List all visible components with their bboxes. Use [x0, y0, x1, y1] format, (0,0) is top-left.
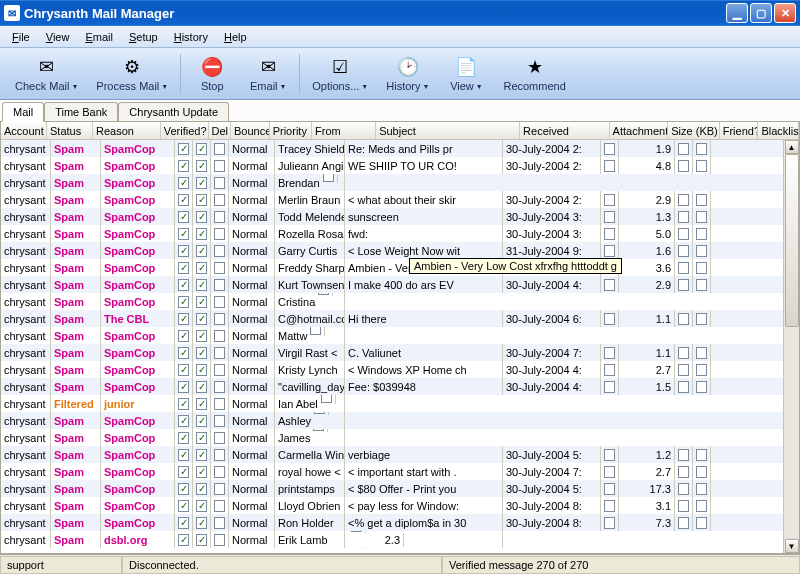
checked-box-icon[interactable]: ✓	[196, 143, 207, 155]
cell-delete[interactable]: ✓	[193, 463, 211, 480]
cell-verified[interactable]: ✓	[175, 429, 193, 446]
cell-bounce[interactable]	[211, 446, 229, 463]
unchecked-box-icon[interactable]	[678, 466, 689, 478]
checked-box-icon[interactable]: ✓	[178, 466, 189, 478]
cell-blacklist[interactable]	[693, 463, 711, 480]
checked-box-icon[interactable]: ✓	[178, 432, 189, 444]
mail-row[interactable]: chrysantSpamSpamCop✓✓Normal"cavilling_da…	[1, 378, 783, 395]
mail-row[interactable]: chrysantSpamSpamCop✓✓NormalMattw L1ttle …	[1, 327, 783, 344]
cell-bounce[interactable]	[211, 276, 229, 293]
checked-box-icon[interactable]: ✓	[196, 432, 207, 444]
checked-box-icon[interactable]: ✓	[196, 262, 207, 274]
unchecked-box-icon[interactable]	[678, 517, 689, 529]
unchecked-box-icon[interactable]	[696, 347, 707, 359]
unchecked-box-icon[interactable]	[678, 143, 689, 155]
cell-friend[interactable]	[348, 547, 366, 549]
checked-box-icon[interactable]: ✓	[196, 245, 207, 257]
menu-email[interactable]: Email	[77, 29, 121, 45]
cell-attachment[interactable]	[601, 446, 619, 463]
cell-delete[interactable]: ✓	[193, 174, 211, 191]
unchecked-box-icon[interactable]	[214, 466, 225, 478]
checked-box-icon[interactable]: ✓	[178, 211, 189, 223]
cell-bounce[interactable]	[211, 191, 229, 208]
cell-blacklist[interactable]	[693, 310, 711, 327]
cell-verified[interactable]: ✓	[175, 310, 193, 327]
column-header-bounce[interactable]: Bounce	[231, 122, 270, 139]
toolbar-stop[interactable]: ⛔Stop	[184, 52, 240, 95]
unchecked-box-icon[interactable]	[678, 194, 689, 206]
unchecked-box-icon[interactable]	[318, 293, 329, 295]
checked-box-icon[interactable]: ✓	[196, 466, 207, 478]
cell-bounce[interactable]	[211, 259, 229, 276]
cell-friend[interactable]	[675, 140, 693, 157]
unchecked-box-icon[interactable]	[214, 381, 225, 393]
cell-verified[interactable]: ✓	[175, 157, 193, 174]
cell-attachment[interactable]	[601, 276, 619, 293]
cell-bounce[interactable]	[211, 174, 229, 191]
menu-file[interactable]: File	[4, 29, 38, 45]
checked-box-icon[interactable]: ✓	[196, 517, 207, 529]
checked-box-icon[interactable]: ✓	[178, 483, 189, 495]
cell-bounce[interactable]	[211, 242, 229, 259]
cell-bounce[interactable]	[211, 514, 229, 531]
unchecked-box-icon[interactable]	[696, 194, 707, 206]
unchecked-box-icon[interactable]	[696, 449, 707, 461]
cell-delete[interactable]: ✓	[193, 242, 211, 259]
cell-verified[interactable]: ✓	[175, 208, 193, 225]
mail-row[interactable]: chrysantSpamSpamCop✓✓NormalTracey Shield…	[1, 140, 783, 157]
cell-blacklist[interactable]	[693, 208, 711, 225]
mail-row[interactable]: chrysantSpamSpamCop✓✓NormalMerlin Braun<…	[1, 191, 783, 208]
unchecked-box-icon[interactable]	[696, 228, 707, 240]
unchecked-box-icon[interactable]	[678, 262, 689, 274]
checked-box-icon[interactable]: ✓	[178, 347, 189, 359]
cell-attachment[interactable]	[318, 395, 336, 404]
checked-box-icon[interactable]: ✓	[178, 364, 189, 376]
column-header-attachment[interactable]: Attachment	[610, 122, 669, 139]
cell-delete[interactable]: ✓	[193, 446, 211, 463]
unchecked-box-icon[interactable]	[604, 211, 615, 223]
cell-bounce[interactable]	[211, 140, 229, 157]
tab-mail[interactable]: Mail	[2, 102, 44, 122]
mail-row[interactable]: chrysantSpamSpamCop✓✓NormalTodd Melendes…	[1, 208, 783, 225]
cell-friend[interactable]	[675, 276, 693, 293]
mail-row[interactable]: chrysantSpamSpamCop✓✓NormalRozella Rosar…	[1, 225, 783, 242]
cell-friend[interactable]	[675, 480, 693, 497]
cell-friend[interactable]	[675, 361, 693, 378]
cell-delete[interactable]: ✓	[193, 310, 211, 327]
cell-delete[interactable]: ✓	[193, 497, 211, 514]
cell-bounce[interactable]	[211, 310, 229, 327]
cell-friend[interactable]	[675, 259, 693, 276]
unchecked-box-icon[interactable]	[214, 211, 225, 223]
cell-bounce[interactable]	[211, 157, 229, 174]
unchecked-box-icon[interactable]	[678, 160, 689, 172]
cell-attachment[interactable]	[601, 310, 619, 327]
unchecked-box-icon[interactable]	[678, 483, 689, 495]
menu-history[interactable]: History	[166, 29, 216, 45]
checked-box-icon[interactable]: ✓	[178, 381, 189, 393]
column-header-verified[interactable]: Verified?	[161, 122, 209, 139]
mail-row[interactable]: chrysantSpamSpamCop✓✓Normalroyal howe <<…	[1, 463, 783, 480]
column-header-subject[interactable]: Subject	[376, 122, 520, 139]
cell-bounce[interactable]	[211, 497, 229, 514]
cell-delete[interactable]: ✓	[193, 395, 211, 412]
unchecked-box-icon[interactable]	[696, 262, 707, 274]
cell-delete[interactable]: ✓	[193, 514, 211, 531]
cell-friend[interactable]	[675, 242, 693, 259]
cell-bounce[interactable]	[211, 344, 229, 361]
cell-attachment[interactable]	[601, 191, 619, 208]
mail-row[interactable]: chrysantSpamSpamCop✓✓NormalCristina 29-J…	[1, 293, 783, 310]
unchecked-box-icon[interactable]	[214, 517, 225, 529]
toolbar-check-mail[interactable]: ✉Check Mail▼	[6, 52, 87, 95]
unchecked-box-icon[interactable]	[696, 517, 707, 529]
column-header-reason[interactable]: Reason	[93, 122, 161, 139]
unchecked-box-icon[interactable]	[696, 500, 707, 512]
menu-view[interactable]: View	[38, 29, 78, 45]
mail-row[interactable]: chrysantFilteredjunior✓✓NormalIan Abel w…	[1, 395, 783, 412]
cell-friend[interactable]	[675, 191, 693, 208]
checked-box-icon[interactable]: ✓	[196, 347, 207, 359]
tab-time-bank[interactable]: Time Bank	[44, 102, 118, 121]
cell-attachment[interactable]	[601, 378, 619, 395]
cell-bounce[interactable]	[211, 395, 229, 412]
checked-box-icon[interactable]: ✓	[196, 160, 207, 172]
checked-box-icon[interactable]: ✓	[196, 483, 207, 495]
